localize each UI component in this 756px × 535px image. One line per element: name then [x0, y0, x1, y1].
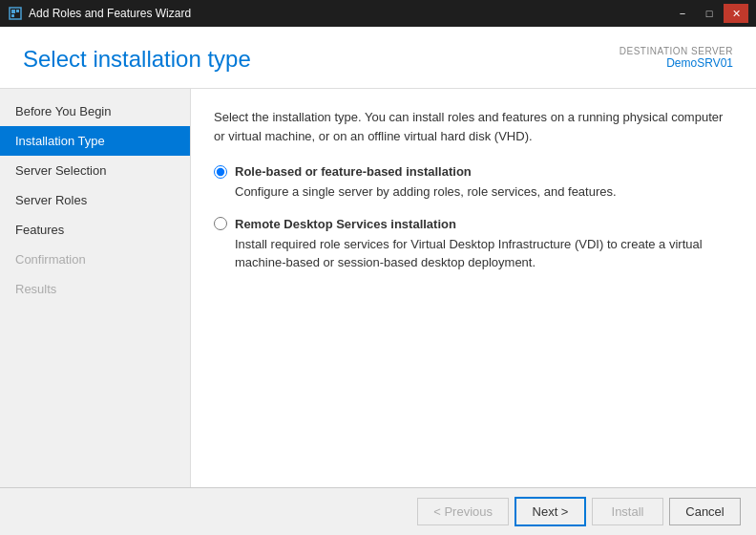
maximize-button[interactable]: □ — [697, 4, 722, 23]
title-plain: Select — [23, 46, 93, 72]
destination-server-label: DESTINATION SERVER — [620, 46, 733, 56]
sidebar-item-results: Results — [0, 274, 190, 304]
option-rds-title[interactable]: Remote Desktop Services installation — [235, 217, 456, 231]
svg-rect-3 — [11, 14, 14, 17]
server-name: DemoSRV01 — [620, 56, 733, 70]
main-description: Select the installation type. You can in… — [214, 108, 733, 145]
svg-rect-2 — [16, 10, 19, 12]
install-button[interactable]: Install — [592, 498, 663, 525]
main-content: Select the installation type. You can in… — [191, 89, 756, 487]
cancel-button[interactable]: Cancel — [669, 498, 741, 525]
minimize-button[interactable]: − — [670, 4, 695, 23]
wizard-footer: < Previous Next > Install Cancel — [0, 487, 756, 535]
app-icon — [8, 6, 23, 21]
sidebar-item-confirmation: Confirmation — [0, 245, 190, 274]
option-role-based: Role-based or feature-based installation… — [214, 164, 733, 202]
option-role-based-title[interactable]: Role-based or feature-based installation — [235, 164, 472, 179]
window-controls: − □ ✕ — [670, 4, 748, 23]
sidebar-item-server-roles[interactable]: Server Roles — [0, 185, 190, 215]
wizard-header: Select installation type DESTINATION SER… — [0, 27, 756, 89]
destination-server-info: DESTINATION SERVER DemoSRV01 — [620, 46, 733, 70]
sidebar-item-installation-type[interactable]: Installation Type — [0, 126, 190, 156]
page-title: Select installation type — [23, 46, 251, 73]
radio-role-based[interactable] — [214, 165, 227, 179]
wizard-window: Select installation type DESTINATION SER… — [0, 27, 756, 535]
title-colored: installation type — [93, 46, 250, 72]
sidebar-item-features[interactable]: Features — [0, 215, 190, 245]
content-area: Before You Begin Installation Type Serve… — [0, 89, 756, 487]
previous-button[interactable]: < Previous — [417, 498, 509, 525]
svg-rect-1 — [11, 10, 15, 13]
title-bar-text: Add Roles and Features Wizard — [29, 7, 670, 20]
sidebar-item-before-you-begin[interactable]: Before You Begin — [0, 96, 190, 126]
sidebar-item-server-selection[interactable]: Server Selection — [0, 156, 190, 185]
option-rds-desc: Install required role services for Virtu… — [235, 235, 733, 272]
wizard-sidebar: Before You Begin Installation Type Serve… — [0, 89, 191, 487]
close-button[interactable]: ✕ — [724, 4, 748, 23]
radio-rds[interactable] — [214, 217, 227, 230]
option-role-based-desc: Configure a single server by adding role… — [235, 182, 733, 202]
title-bar: Add Roles and Features Wizard − □ ✕ — [0, 0, 756, 27]
option-rds: Remote Desktop Services installation Ins… — [214, 217, 733, 272]
next-button[interactable]: Next > — [514, 497, 586, 526]
